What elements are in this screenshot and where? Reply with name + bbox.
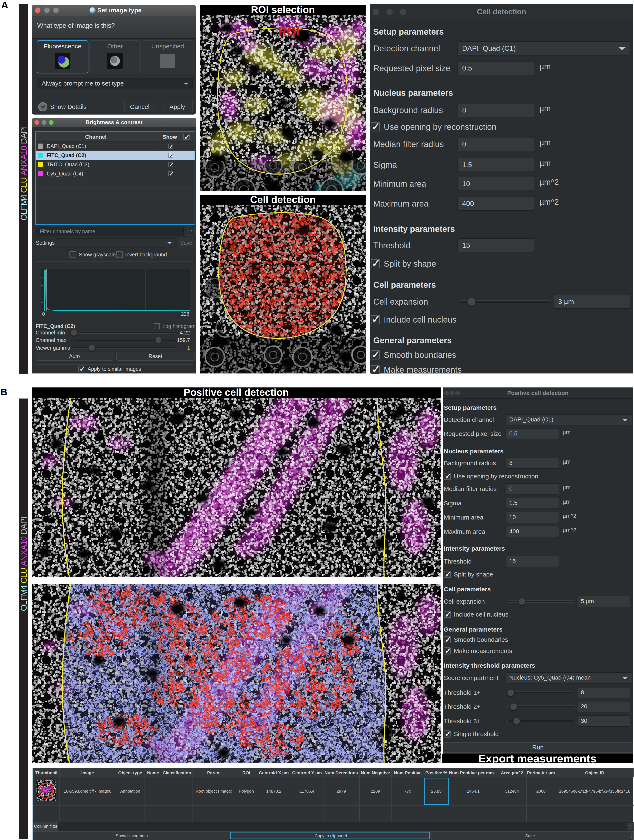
svg-text:ROI: ROI [278, 24, 300, 38]
